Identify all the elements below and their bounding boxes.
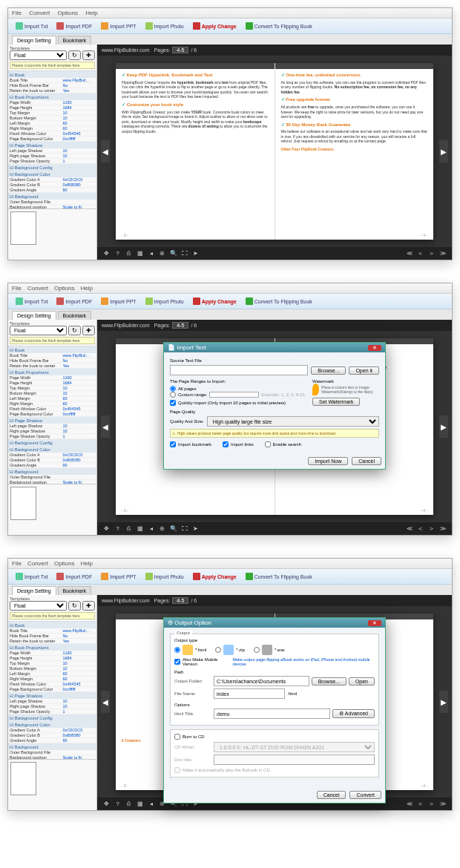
prop-row[interactable]: Background positionScale to fit bbox=[8, 755, 96, 759]
all-pages-radio[interactable] bbox=[170, 386, 176, 392]
file-name-input[interactable] bbox=[214, 688, 285, 699]
first-page-icon[interactable]: ≪ bbox=[406, 250, 413, 257]
prop-row[interactable]: Flash Window Color0x454545 bbox=[8, 682, 96, 687]
prop-row[interactable]: Page Height1684 bbox=[8, 381, 96, 386]
prop-header[interactable]: ⊟ Background bbox=[8, 468, 96, 475]
prop-row[interactable]: Page Height1684 bbox=[8, 656, 96, 661]
template-new-button[interactable]: ✚ bbox=[82, 50, 95, 60]
prop-row[interactable]: Left page Shadow10 bbox=[8, 424, 96, 429]
prop-row[interactable]: Gradient Color A0xC0C0C0 bbox=[8, 177, 96, 183]
import-pdf-button[interactable]: Import PDF bbox=[53, 296, 96, 306]
prop-row[interactable]: Page Width1190 bbox=[8, 375, 96, 381]
menu-options[interactable]: Options bbox=[57, 10, 78, 16]
tab-bookmark[interactable]: Bookmark bbox=[58, 36, 92, 45]
prop-row[interactable]: Right page Shadow10 bbox=[8, 704, 96, 709]
last-page-icon[interactable]: ≫ bbox=[439, 250, 446, 257]
convert-button[interactable]: Convert To Flipping Book bbox=[242, 21, 316, 31]
quick-import-checkbox[interactable] bbox=[170, 400, 176, 406]
thumbnails-icon[interactable]: ▦ bbox=[137, 250, 143, 257]
prop-row[interactable]: Gradient Color B0x808080 bbox=[8, 458, 96, 463]
prop-row[interactable]: Gradient Angle90 bbox=[8, 188, 96, 193]
browse-button[interactable]: Browse... bbox=[311, 366, 346, 375]
prop-row[interactable]: Background positionScale to fit bbox=[8, 205, 96, 208]
prop-header[interactable]: ⊟ Page Shadow bbox=[8, 142, 96, 148]
template-select[interactable]: Float bbox=[10, 50, 67, 60]
next-icon[interactable]: > bbox=[428, 250, 435, 257]
sound-icon[interactable]: ◂ bbox=[148, 250, 154, 257]
prop-row[interactable]: Top Margin10 bbox=[8, 386, 96, 391]
prop-row[interactable]: Hide Book Frame BarNo bbox=[8, 358, 96, 364]
zip-radio[interactable] bbox=[215, 647, 221, 653]
prop-row[interactable]: Bottom Margin10 bbox=[8, 666, 96, 671]
prop-header[interactable]: ⊟ Background Config bbox=[8, 714, 96, 721]
open-folder-button[interactable]: Open bbox=[349, 677, 375, 685]
import-bookmark-checkbox[interactable] bbox=[170, 441, 176, 447]
prop-row[interactable]: Right Margin60 bbox=[8, 401, 96, 407]
import-photo-button[interactable]: Import Photo bbox=[142, 296, 188, 306]
prop-row[interactable]: Top Margin10 bbox=[8, 111, 96, 116]
prop-row[interactable]: Outer Background File bbox=[8, 750, 96, 755]
prop-row[interactable]: Retain the book to centerYes bbox=[8, 639, 96, 644]
prev-icon[interactable]: < bbox=[417, 250, 424, 257]
import-links-checkbox[interactable] bbox=[223, 441, 229, 447]
prop-row[interactable]: Left Margin60 bbox=[8, 121, 96, 126]
prop-header[interactable]: ⊟ Background bbox=[8, 743, 96, 750]
prop-header[interactable]: ⊟ Book Proportions bbox=[8, 369, 96, 375]
prop-header[interactable]: ⊟ Book Proportions bbox=[8, 93, 96, 100]
prop-header[interactable]: ⊟ Book bbox=[8, 71, 96, 78]
prop-row[interactable]: Page Background Color0xcffffff bbox=[8, 137, 96, 142]
prop-row[interactable]: Flash Window Color0x454545 bbox=[8, 131, 96, 137]
bookmark-icon[interactable]: ✥ bbox=[103, 250, 110, 257]
import-txt-button[interactable]: Import Txt bbox=[12, 296, 51, 306]
prop-row[interactable]: Page Width1190 bbox=[8, 651, 96, 656]
prop-header[interactable]: ⊟ Book Proportions bbox=[8, 644, 96, 651]
prop-row[interactable]: Right page Shadow10 bbox=[8, 429, 96, 434]
prop-row[interactable]: Right Margin60 bbox=[8, 126, 96, 131]
prop-header[interactable]: ⊟ Page Shadow bbox=[8, 692, 96, 699]
import-txt-button[interactable]: Import Txt bbox=[12, 21, 51, 31]
convert-output-button[interactable]: Convert bbox=[349, 791, 381, 799]
prop-header[interactable]: ⊟ Background Config bbox=[8, 164, 96, 171]
help-icon[interactable]: ? bbox=[114, 250, 121, 257]
prop-row[interactable]: Gradient Color A0xC0C0C0 bbox=[8, 728, 96, 733]
apply-change-button[interactable]: Apply Change bbox=[189, 21, 240, 31]
custom-range-radio[interactable] bbox=[170, 392, 176, 398]
advanced-button[interactable]: ⚙ Advanced bbox=[332, 709, 375, 718]
browse-folder-button[interactable]: Browse... bbox=[312, 677, 346, 685]
prop-row[interactable]: Page Background Color0xcffffff bbox=[8, 412, 96, 417]
html-title-input[interactable] bbox=[214, 708, 330, 719]
prop-row[interactable]: Retain the book to centerYes bbox=[8, 364, 96, 369]
page-thumbnail[interactable] bbox=[10, 211, 36, 245]
prop-row[interactable]: Background positionScale to fit bbox=[8, 480, 96, 484]
menu-convert[interactable]: Convert bbox=[29, 10, 50, 16]
prop-row[interactable]: Bottom Margin10 bbox=[8, 116, 96, 121]
set-watermark-button[interactable]: Set Watermark bbox=[312, 398, 360, 406]
cancel-output-button[interactable]: Cancel bbox=[317, 791, 346, 799]
prop-row[interactable]: Outer Background File bbox=[8, 200, 96, 205]
prop-row[interactable]: Book Titlewww.FlipBuil... bbox=[8, 78, 96, 83]
prop-row[interactable]: Gradient Angle90 bbox=[8, 738, 96, 743]
zoom-icon[interactable]: ⊕ bbox=[159, 250, 165, 257]
prop-row[interactable]: Left page Shadow10 bbox=[8, 148, 96, 154]
import-now-button[interactable]: Import Now bbox=[308, 457, 348, 465]
share-icon[interactable]: ➤ bbox=[192, 250, 199, 257]
prop-row[interactable]: Outer Background File bbox=[8, 475, 96, 480]
prop-row[interactable]: Bottom Margin10 bbox=[8, 391, 96, 396]
prop-row[interactable]: Left Margin60 bbox=[8, 396, 96, 401]
cancel-button[interactable]: Cancel bbox=[352, 457, 381, 465]
import-ppt-button[interactable]: Import PPT bbox=[97, 296, 139, 306]
convert-button[interactable]: Convert To Flipping Book bbox=[242, 296, 316, 306]
search-icon[interactable]: 🔍 bbox=[170, 250, 177, 257]
prop-row[interactable]: Gradient Angle90 bbox=[8, 463, 96, 468]
output-folder-input[interactable] bbox=[214, 676, 309, 686]
prop-row[interactable]: Page Height1684 bbox=[8, 105, 96, 111]
burn-cd-checkbox[interactable] bbox=[174, 734, 180, 740]
menu-help[interactable]: Help bbox=[85, 10, 97, 16]
prop-row[interactable]: Page Width1190 bbox=[8, 100, 96, 105]
source-file-input[interactable] bbox=[170, 365, 308, 375]
custom-range-input[interactable] bbox=[209, 392, 259, 398]
enable-search-checkbox[interactable] bbox=[265, 441, 271, 447]
html-radio[interactable] bbox=[174, 647, 180, 653]
prop-row[interactable]: Page Background Color0xcffffff bbox=[8, 687, 96, 692]
prop-row[interactable]: Gradient Color B0x808080 bbox=[8, 733, 96, 738]
